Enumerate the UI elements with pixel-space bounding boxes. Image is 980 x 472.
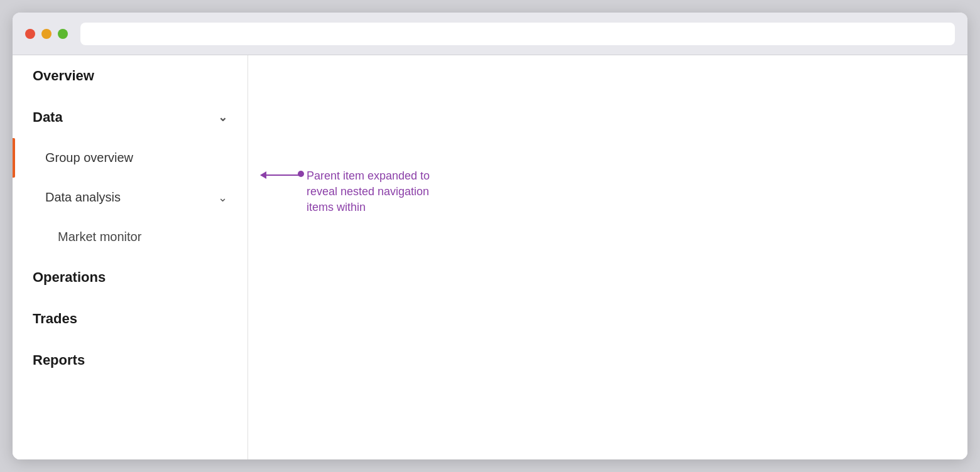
annotation-text: Parent item expanded to reveal nested na… (307, 168, 432, 216)
chevron-down-icon: ⌄ (218, 191, 227, 205)
sidebar-item-label: Market monitor (58, 230, 141, 244)
traffic-light-red[interactable] (25, 29, 35, 39)
sidebar-item-label: Trades (33, 311, 77, 327)
sidebar-item-group-overview[interactable]: Group overview (13, 138, 248, 178)
sidebar-item-data-analysis[interactable]: Data analysis ⌄ (13, 178, 248, 217)
sidebar-item-market-monitor[interactable]: Market monitor (13, 217, 248, 257)
traffic-light-yellow[interactable] (41, 29, 52, 39)
annotation: Parent item expanded to reveal nested na… (261, 168, 432, 216)
browser-window: Overview Data ⌄ Group overview Data anal… (13, 13, 967, 459)
browser-titlebar (13, 13, 967, 55)
chevron-down-icon: ⌄ (218, 110, 227, 124)
sidebar-item-data[interactable]: Data ⌄ (13, 97, 248, 138)
main-content: Parent item expanded to reveal nested na… (248, 55, 967, 459)
sidebar-item-trades[interactable]: Trades (13, 298, 248, 340)
sidebar: Overview Data ⌄ Group overview Data anal… (13, 55, 248, 459)
sidebar-item-overview[interactable]: Overview (13, 55, 248, 97)
sidebar-item-operations[interactable]: Operations (13, 257, 248, 298)
sidebar-item-label: Data analysis (45, 190, 121, 205)
sidebar-item-label: Overview (33, 68, 94, 84)
sidebar-item-reports[interactable]: Reports (13, 340, 248, 381)
annotation-arrow (261, 173, 304, 177)
sidebar-item-label: Operations (33, 269, 106, 286)
arrow-line (261, 174, 298, 176)
sidebar-item-label: Reports (33, 352, 85, 368)
traffic-lights (25, 29, 68, 39)
address-bar[interactable] (80, 23, 955, 45)
arrow-dot (298, 171, 304, 177)
sidebar-item-label: Data (33, 109, 63, 126)
browser-content: Overview Data ⌄ Group overview Data anal… (13, 55, 967, 459)
traffic-light-green[interactable] (58, 29, 68, 39)
sidebar-item-label: Group overview (45, 151, 133, 165)
